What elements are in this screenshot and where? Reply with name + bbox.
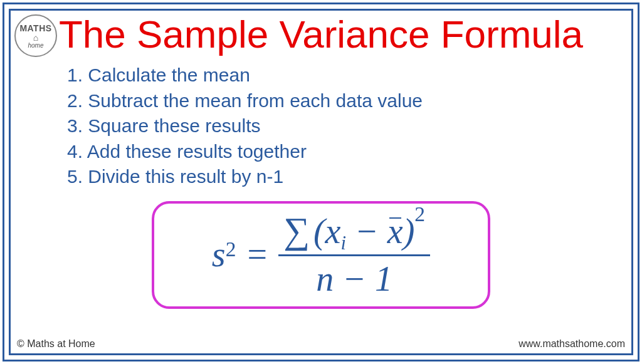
inner-border: MATHS ⌂ home The Sample Variance Formula… — [9, 9, 633, 355]
minus: − — [346, 212, 387, 251]
xi-base: x — [325, 212, 341, 251]
x-bar: x — [387, 211, 403, 251]
den-minus: − — [334, 259, 375, 298]
num-exp: 2 — [414, 202, 425, 226]
step-item: Calculate the mean — [67, 63, 631, 88]
denominator: n − 1 — [311, 259, 397, 299]
footer-copyright: © Maths at Home — [17, 338, 95, 350]
rparen: ) — [403, 212, 415, 251]
var-s: s — [212, 234, 226, 274]
logo-badge: MATHS ⌂ home — [14, 14, 57, 57]
variance-formula: s2 = ∑(xi − x)2 n − 1 — [212, 210, 430, 299]
exp-2: 2 — [226, 237, 236, 261]
xi-sub: i — [340, 232, 346, 254]
formula-box: s2 = ∑(xi − x)2 n − 1 — [152, 201, 490, 309]
den-n: n — [316, 259, 334, 298]
logo-text-top: MATHS — [19, 23, 51, 33]
step-item: Square these results — [67, 113, 631, 139]
formula-lhs: s2 — [212, 234, 236, 274]
numerator: ∑(xi − x)2 — [278, 210, 430, 252]
sigma-icon: ∑ — [283, 211, 310, 251]
steps-list: Calculate the mean Subtract the mean fro… — [11, 63, 631, 190]
step-item: Subtract the mean from each data value — [67, 88, 631, 114]
lparen: ( — [313, 212, 325, 251]
footer-url: www.mathsathome.com — [518, 338, 625, 350]
house-icon: ⌂ — [33, 33, 38, 42]
fraction-line — [278, 254, 430, 256]
equals-sign: = — [247, 234, 267, 274]
den-one: 1 — [375, 259, 392, 298]
logo-text-bottom: home — [28, 42, 43, 49]
fraction: ∑(xi − x)2 n − 1 — [278, 210, 430, 299]
step-item: Add these results together — [67, 139, 631, 165]
page-title: The Sample Variance Formula — [11, 11, 631, 63]
step-item: Divide this result by n-1 — [67, 164, 631, 190]
